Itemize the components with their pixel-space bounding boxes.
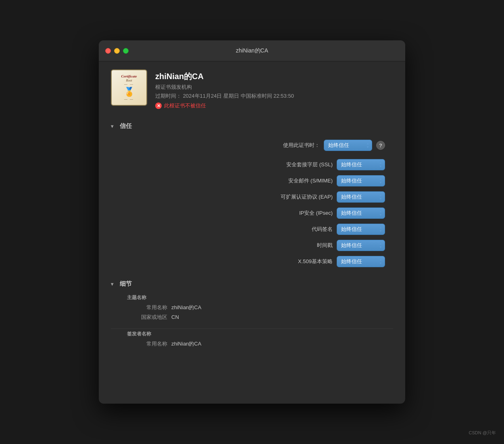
details-value: zhiNian的CA	[171, 340, 201, 348]
trust-section-header[interactable]: ▾ 信任	[111, 119, 393, 133]
details-content: 主题名称 常用名称 zhiNian的CA 国家或地区 CN 签发者名称 常	[111, 291, 393, 358]
cert-name: zhiNian的CA	[155, 71, 393, 82]
trust-row-label: 时间戳	[317, 242, 333, 249]
details-chevron-icon: ▾	[111, 281, 117, 287]
minimize-button[interactable]	[114, 48, 120, 54]
trust-timestamp-dropdown[interactable]: 始终信任 ▲ ▼	[337, 240, 385, 251]
trust-row-label: 代码签名	[312, 226, 333, 233]
trust-row: X.509基本策略 始终信任 ▲ ▼	[119, 256, 385, 267]
cert-expiry-value: 2024年11月24日 星期日 中国标准时间 22:53:50	[183, 93, 294, 99]
trust-section-label: 信任	[120, 122, 132, 130]
trust-row-dropdown-wrapper: 始终信任 ▲ ▼	[337, 159, 385, 170]
trust-row-dropdown-wrapper: 始终信任 ▲ ▼	[337, 207, 385, 219]
trust-row-label: X.509基本策略	[298, 258, 333, 265]
trust-section: ▾ 信任 使用此证书时： 始终信任 ▲ ▼	[111, 119, 393, 274]
details-section-header[interactable]: ▾ 细节	[111, 277, 393, 291]
trust-row-dropdown-wrapper: 始终信任 ▲ ▼	[337, 240, 385, 251]
certificate-window: zhiNian的CA Certificate Root — — 🏅 — — zh…	[99, 40, 405, 404]
trust-x509-dropdown[interactable]: 始终信任 ▲ ▼	[337, 256, 385, 267]
details-section: ▾ 细节 主题名称 常用名称 zhiNian的CA 国家或地区 CN	[111, 277, 393, 358]
trust-row-dropdown-wrapper: 始终信任 ▲ ▼	[337, 256, 385, 267]
trust-row: 时间戳 始终信任 ▲ ▼	[119, 240, 385, 251]
trust-row-label: 安全邮件 (S/MIME)	[288, 177, 333, 184]
trust-row-dropdown-wrapper: 始终信任 ▲ ▼	[337, 191, 385, 203]
cert-info: zhiNian的CA 根证书颁发机构 过期时间： 2024年11月24日 星期日…	[155, 69, 393, 109]
trust-rows: 安全套接字层 (SSL) 始终信任 ▲ ▼	[119, 159, 385, 267]
dropdown-arrow-icon: ▲ ▼	[379, 178, 382, 184]
trust-ipsec-dropdown[interactable]: 始终信任 ▲ ▼	[337, 207, 385, 219]
trust-row-label: IP安全 (IPsec)	[299, 209, 333, 217]
cert-status: ✕ 此根证书不被信任	[155, 102, 393, 109]
details-row: 常用名称 zhiNian的CA	[111, 339, 393, 349]
trust-row: 安全套接字层 (SSL) 始终信任 ▲ ▼	[119, 159, 385, 170]
dropdown-arrow-icon: ▲ ▼	[379, 161, 382, 168]
cert-icon: Certificate Root — — 🏅 — —	[111, 69, 147, 106]
details-key: 常用名称	[127, 304, 167, 311]
dropdown-arrow-icon: ▲ ▼	[379, 226, 382, 233]
dropdown-arrow-icon: ▲ ▼	[379, 194, 382, 201]
dropdown-arrow-icon: ▲ ▼	[379, 242, 382, 249]
divider	[111, 329, 393, 329]
dropdown-arrow-icon: ▲ ▼	[379, 210, 382, 217]
trust-main-row: 使用此证书时： 始终信任 ▲ ▼ ?	[119, 140, 385, 151]
cert-expiry-label: 过期时间：	[155, 93, 181, 99]
trust-main-dropdown-wrapper: 始终信任 ▲ ▼	[324, 140, 372, 151]
cert-expiry: 过期时间： 2024年11月24日 星期日 中国标准时间 22:53:50	[155, 92, 393, 100]
close-button[interactable]	[105, 48, 111, 54]
details-subject-group: 主题名称 常用名称 zhiNian的CA 国家或地区 CN	[111, 294, 393, 322]
details-issuer-group: 签发者名称 常用名称 zhiNian的CA	[111, 331, 393, 349]
details-row: 常用名称 zhiNian的CA	[111, 303, 393, 312]
trust-row-label: 可扩展认证协议 (EAP)	[281, 193, 333, 201]
details-value: zhiNian的CA	[171, 304, 201, 311]
cert-status-text: 此根证书不被信任	[164, 102, 206, 109]
trust-smime-dropdown[interactable]: 始终信任 ▲ ▼	[337, 175, 385, 186]
trust-row-dropdown-wrapper: 始终信任 ▲ ▼	[337, 224, 385, 235]
title-bar: zhiNian的CA	[99, 40, 405, 61]
trust-row-label: 安全套接字层 (SSL)	[286, 161, 333, 168]
window-content: Certificate Root — — 🏅 — — zhiNian的CA 根证…	[99, 61, 405, 374]
trust-row: 可扩展认证协议 (EAP) 始终信任 ▲ ▼	[119, 191, 385, 203]
trust-when-label: 使用此证书时：	[283, 142, 320, 149]
trust-content: 使用此证书时： 始终信任 ▲ ▼ ?	[111, 133, 393, 274]
details-section-label: 细节	[120, 280, 132, 288]
trust-chevron-icon: ▾	[111, 124, 117, 129]
cert-header: Certificate Root — — 🏅 — — zhiNian的CA 根证…	[111, 69, 393, 109]
cert-icon-line: — —	[121, 82, 137, 86]
details-subject-title: 主题名称	[111, 294, 393, 301]
traffic-lights	[105, 48, 129, 54]
help-button[interactable]: ?	[376, 141, 385, 150]
details-key: 常用名称	[127, 340, 167, 348]
details-row: 国家或地区 CN	[111, 312, 393, 322]
details-value: CN	[171, 314, 179, 320]
cert-icon-seal: 🏅	[121, 87, 137, 97]
dropdown-arrow-icon: ▲ ▼	[379, 258, 382, 265]
details-key: 国家或地区	[127, 314, 167, 321]
cert-type: 根证书颁发机构	[155, 84, 393, 91]
dropdown-arrow-icon: ▲ ▼	[366, 142, 369, 149]
cert-icon-line2: — —	[121, 97, 137, 101]
trust-row: 安全邮件 (S/MIME) 始终信任 ▲ ▼	[119, 175, 385, 186]
details-issuer-title: 签发者名称	[111, 331, 393, 337]
trust-row-dropdown-wrapper: 始终信任 ▲ ▼	[337, 175, 385, 186]
trust-row: IP安全 (IPsec) 始终信任 ▲ ▼	[119, 207, 385, 219]
trust-codesign-dropdown[interactable]: 始终信任 ▲ ▼	[337, 224, 385, 235]
watermark: CSDN @只年	[469, 430, 496, 436]
window-title: zhiNian的CA	[236, 47, 268, 54]
maximize-button[interactable]	[123, 48, 129, 54]
trust-row: 代码签名 始终信任 ▲ ▼	[119, 224, 385, 235]
trust-eap-dropdown[interactable]: 始终信任 ▲ ▼	[337, 191, 385, 203]
trust-ssl-dropdown[interactable]: 始终信任 ▲ ▼	[337, 159, 385, 170]
cert-status-icon: ✕	[155, 103, 162, 109]
trust-main-dropdown[interactable]: 始终信任 ▲ ▼	[324, 140, 372, 151]
cert-icon-subtitle: Root	[121, 79, 137, 82]
cert-icon-title: Certificate	[121, 74, 137, 79]
